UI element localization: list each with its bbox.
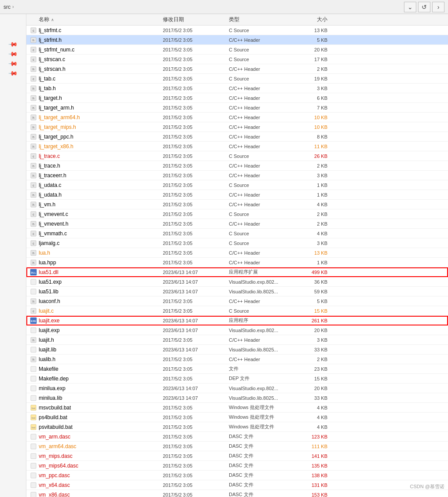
table-row[interactable]: h lj_target_x86.h 2017/5/2 3:05 C/C++ He… (26, 142, 448, 151)
cell-name: h lj_traceerr.h (26, 172, 163, 179)
table-row[interactable]: h lua.hpp 2017/5/2 3:05 C/C++ Header 1 K… (26, 258, 448, 267)
table-row[interactable]: h lj_target_ppc.h 2017/5/2 3:05 C/C++ He… (26, 132, 448, 142)
table-row[interactable]: EXE luajit.exe 2023/6/13 14:07 应用程序 261 … (26, 316, 448, 325)
cell-type: DASC 文件 (229, 433, 299, 440)
pin-icon-1[interactable]: 📌 (8, 39, 18, 49)
table-row[interactable]: c lj_trace.c 2017/5/2 3:05 C Source 26 K… (26, 151, 448, 161)
cell-type: 应用程序扩展 (229, 269, 299, 275)
table-row[interactable]: vm_mips.dasc 2017/5/2 3:05 DASC 文件 141 K… (26, 451, 448, 461)
cell-date: 2017/5/2 3:05 (163, 144, 229, 149)
table-row[interactable]: h lj_vm.h 2017/5/2 3:05 C/C++ Header 4 K… (26, 200, 448, 209)
file-icon (30, 453, 37, 460)
col-type-header[interactable]: 类型 (229, 16, 299, 23)
cell-size: 3 KB (299, 337, 334, 343)
table-row[interactable]: h lj_trace.h 2017/5/2 3:05 C/C++ Header … (26, 161, 448, 171)
table-row[interactable]: h lj_target_arm.h 2017/5/2 3:05 C/C++ He… (26, 103, 448, 113)
table-row[interactable]: h lj_vmevent.h 2017/5/2 3:05 C/C++ Heade… (26, 219, 448, 229)
file-name: lj_target_x86.h (39, 143, 73, 150)
cell-name: h lj_target.h (26, 95, 163, 102)
table-row[interactable]: h lua.h 2017/5/2 3:05 C/C++ Header 13 KB (26, 248, 448, 258)
file-icon (30, 395, 37, 402)
table-row[interactable]: c lj_tab.c 2017/5/2 3:05 C Source 19 KB (26, 74, 448, 84)
table-row[interactable]: h lj_target_mips.h 2017/5/2 3:05 C/C++ H… (26, 122, 448, 132)
nav-dropdown-button[interactable]: ⌄ (404, 2, 416, 12)
table-row[interactable]: vm_mips64.dasc 2017/5/2 3:05 DASC 文件 135… (26, 461, 448, 471)
table-row[interactable]: h lj_strscan.h 2017/5/2 3:05 C/C++ Heade… (26, 64, 448, 74)
table-row[interactable]: c lj_strfmt_num.c 2017/5/2 3:05 C Source… (26, 45, 448, 55)
table-row[interactable]: c ljamalg.c 2017/5/2 3:05 C Source 3 KB (26, 238, 448, 248)
svg-rect-60 (31, 328, 36, 333)
svg-text:h: h (33, 358, 34, 361)
table-row[interactable]: h luaconf.h 2017/5/2 3:05 C/C++ Header 5… (26, 296, 448, 306)
table-row[interactable]: vm_arm64.dasc 2017/5/2 3:05 DASC 文件 111 … (26, 442, 448, 451)
col-size-header[interactable]: 大小 (299, 16, 334, 23)
table-row[interactable]: h lj_tab.h 2017/5/2 3:05 C/C++ Header 3 … (26, 84, 448, 93)
svg-rect-82 (31, 492, 36, 497)
table-row[interactable]: bat ps4build.bat 2017/5/2 3:05 Windows 批… (26, 413, 448, 422)
file-name: luaconf.h (39, 298, 60, 304)
table-row[interactable]: h lj_udata.h 2017/5/2 3:05 C/C++ Header … (26, 190, 448, 200)
table-row[interactable]: luajit.exp 2023/6/13 14:07 VisualStudio.… (26, 325, 448, 335)
cell-size: 2 KB (299, 357, 334, 362)
table-row[interactable]: vm_arm.dasc 2017/5/2 3:05 DASC 文件 123 KB (26, 432, 448, 442)
table-row[interactable]: c lj_vmmath.c 2017/5/2 3:05 C Source 4 K… (26, 229, 448, 238)
cell-type: C Source (229, 153, 299, 159)
cell-type: VisualStudio.lib.8025... (229, 347, 299, 352)
table-row[interactable]: DLL lua51.dll 2023/6/13 14:07 应用程序扩展 499… (26, 267, 448, 277)
cell-type: DASC 文件 (229, 482, 299, 488)
file-icon: h (30, 143, 37, 150)
table-row[interactable]: minilua.exp 2023/6/13 14:07 VisualStudio… (26, 384, 448, 393)
table-row[interactable]: vm_x64.dasc 2017/5/2 3:05 DASC 文件 131 KB (26, 480, 448, 490)
cell-size: 20 KB (299, 386, 334, 391)
col-date-header[interactable]: 修改日期 (163, 16, 229, 23)
table-row[interactable]: vm_ppc.dasc 2017/5/2 3:05 DASC 文件 138 KB (26, 471, 448, 480)
cell-type: C/C++ Header (229, 37, 299, 43)
table-row[interactable]: bat psvitabuild.bat 2017/5/2 3:05 Window… (26, 422, 448, 432)
pin-icon-2[interactable]: 📌 (8, 48, 18, 58)
table-row[interactable]: h lualib.h 2017/5/2 3:05 C/C++ Header 2 … (26, 354, 448, 364)
table-row[interactable]: h lj_strfmt.h 2017/5/2 3:05 C/C++ Header… (26, 35, 448, 45)
file-name: vm_x64.dasc (39, 482, 70, 488)
svg-text:c: c (33, 232, 34, 235)
file-name: lua.hpp (39, 259, 56, 266)
file-icon (30, 472, 37, 479)
table-row[interactable]: c lj_vmevent.c 2017/5/2 3:05 C Source 2 … (26, 209, 448, 219)
cell-type: Windows 批处理文件 (229, 414, 299, 420)
file-name: lj_tab.h (39, 85, 56, 91)
col-name-header[interactable]: 名称 ∧ (26, 16, 163, 23)
table-row[interactable]: lua51.lib 2023/6/13 14:07 VisualStudio.l… (26, 287, 448, 296)
svg-text:h: h (33, 164, 34, 168)
table-row[interactable]: h lj_target.h 2017/5/2 3:05 C/C++ Header… (26, 93, 448, 103)
table-row[interactable]: minilua.lib 2023/6/13 14:07 VisualStudio… (26, 393, 448, 403)
file-panel[interactable]: 名称 ∧ 修改日期 类型 大小 c lj_strfmt.c 2017/5/2 3… (26, 14, 448, 497)
file-icon: h (30, 298, 37, 305)
file-icon: c (30, 27, 37, 34)
more-button[interactable]: › (432, 2, 444, 12)
cell-type: 文件 (229, 365, 299, 372)
cell-name: h lj_target_arm64.h (26, 114, 163, 121)
refresh-button[interactable]: ↺ (418, 2, 430, 12)
table-row[interactable]: luajit.lib 2023/6/13 14:07 VisualStudio.… (26, 345, 448, 354)
table-row[interactable]: bat msvcbuild.bat 2017/5/2 3:05 Windows … (26, 403, 448, 413)
cell-size: 4 KB (299, 231, 334, 236)
table-row[interactable]: h luajit.h 2017/5/2 3:05 C/C++ Header 3 … (26, 335, 448, 345)
file-name: lj_strfmt.h (39, 37, 62, 43)
table-row[interactable]: c lj_strscan.c 2017/5/2 3:05 C Source 17… (26, 55, 448, 64)
cell-date: 2017/5/2 3:05 (163, 37, 229, 43)
file-name: lj_strscan.h (39, 66, 66, 72)
table-row[interactable]: Makefile.dep 2017/5/2 3:05 DEP 文件 15 KB (26, 374, 448, 384)
table-row[interactable]: h lj_target_arm64.h 2017/5/2 3:05 C/C++ … (26, 113, 448, 122)
table-row[interactable]: h lj_traceerr.h 2017/5/2 3:05 C/C++ Head… (26, 171, 448, 180)
pin-icon-3[interactable]: 📌 (8, 58, 18, 68)
table-row[interactable]: lua51.exp 2023/6/13 14:07 VisualStudio.e… (26, 277, 448, 287)
breadcrumb-src[interactable]: src (4, 4, 11, 10)
table-row[interactable]: c lj_udata.c 2017/5/2 3:05 C Source 1 KB (26, 180, 448, 190)
table-row[interactable]: vm_x86.dasc 2017/5/2 3:05 DASC 文件 153 KB (26, 490, 448, 497)
svg-text:bat: bat (32, 407, 36, 409)
table-row[interactable]: Makefile 2017/5/2 3:05 文件 23 KB (26, 364, 448, 374)
cell-type: C/C++ Header (229, 221, 299, 227)
table-row[interactable]: c lj_strfmt.c 2017/5/2 3:05 C Source 13 … (26, 26, 448, 35)
cell-type: VisualStudio.exp.802... (229, 279, 299, 285)
pin-icon-4[interactable]: 📌 (8, 68, 18, 78)
table-row[interactable]: c luajit.c 2017/5/2 3:05 C Source 15 KB (26, 306, 448, 316)
